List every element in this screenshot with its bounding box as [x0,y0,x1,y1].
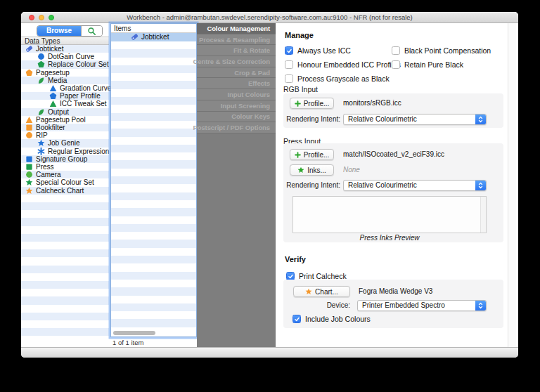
menu-item-centre-size-correction[interactable]: Centre & Size Correction [197,56,276,67]
menu-item-colour-management[interactable]: Colour Management [197,23,276,34]
press-profile-button[interactable]: Profile... [290,149,334,160]
rgb-input-group: Profile... monitors/sRGB.icc Rendering I… [283,93,503,128]
star-icon [305,288,312,295]
press-profile-value: match/ISOcoated_v2_eciF39.icc [343,149,444,160]
manage-checkbox-grid: Always Use ICCBlack Point CompensationHo… [285,44,510,86]
rgb-profile-value: monitors/sRGB.icc [343,98,401,109]
items-hscroll-track [111,329,196,337]
sidebar-item-regular-expression[interactable]: Regular Expression [21,148,109,155]
sidebar-item-gradation-curve[interactable]: Gradation Curve [21,84,109,92]
verify-section-title: Verify [285,255,306,263]
sidebar: Browse Data Types JobticketDotGain Curve… [21,23,109,347]
triangle-icon [49,100,57,107]
items-header: Items [111,24,196,33]
browse-button[interactable]: Browse [37,26,81,36]
sidebar-item-media[interactable]: Media [21,77,109,84]
menu-item-fit-rotate[interactable]: Fit & Rotate [197,45,276,56]
checkbox-box [285,74,293,83]
window-title: Workbench - admin@rambutan.swdevel.seren… [21,12,518,23]
verify-group: Chart... Fogra Media Wedge V3 Device: Pr… [283,280,503,328]
star-icon [25,187,33,195]
press-inks-value: None [343,164,360,176]
rgb-rendering-intent-dropdown[interactable]: Relative Colourimetric [343,114,487,125]
circle-icon [37,53,45,60]
sidebar-item-signature-group[interactable]: Signature Group [21,155,109,163]
sidebar-item-pagesetup-pool[interactable]: Pagesetup Pool [21,116,109,124]
settings-menu: Colour ManagementProcess & ResamplingFit… [197,23,276,347]
panel-vscroll-track[interactable] [508,23,516,347]
press-rendering-intent-dropdown[interactable]: Relative Colourimetric [343,180,487,191]
sidebar-item-paper-profile[interactable]: Paper Profile [21,92,109,100]
menu-item-crop-pad[interactable]: Crop & Pad [197,67,276,79]
press-input-group: Profile... match/ISOcoated_v2_eciF39.icc… [283,143,503,242]
menu-item-colour-keys[interactable]: Colour Keys [197,112,276,123]
pentagon-icon [25,69,33,77]
items-hscroll-thumb[interactable] [113,331,155,335]
press-inks-preview-box [292,196,487,233]
leaf-icon [37,108,45,116]
asterisk-icon [37,148,45,155]
star-icon [25,178,33,186]
checkbox-box [285,60,293,69]
pentagon-icon [49,92,57,100]
rgb-profile-button[interactable]: Profile... [290,98,334,109]
rgb-input-label: RGB Input [283,85,318,93]
leaf-icon [37,77,45,84]
sidebar-item-camera[interactable]: Camera [21,171,109,178]
items-panel: Items Jobticket [110,23,197,337]
checkbox-honour-embedded-icc-profiles[interactable]: Honour Embedded ICC Profiles [285,58,392,72]
sidebar-item-replace-colour-set[interactable]: Replace Colour Set [21,60,109,68]
square-icon [25,155,33,163]
items-row-jobticket[interactable]: Jobticket [111,33,196,41]
menu-item-effects[interactable]: Effects [197,78,276,89]
tag-icon [131,33,139,41]
plus-icon [295,152,301,158]
sidebar-item-output[interactable]: Output [21,108,109,116]
dropdown-stepper-icon [475,181,486,190]
pentagon-icon [37,60,45,68]
checkbox-box [292,315,301,323]
checkbox-retain-pure-black[interactable]: Retain Pure Black [392,58,510,72]
plus-icon [295,100,301,107]
menu-item-input-screening[interactable]: Input Screening [197,100,276,112]
browse-segmented-control: Browse [37,25,103,37]
menu-item-input-colours[interactable]: Input Colours [197,89,276,100]
rgb-rendering-intent-label: Rendering Intent: [286,114,340,125]
sidebar-item-dotgain-curve[interactable]: DotGain Curve [21,53,109,60]
manage-section-title: Manage [285,31,314,39]
sidebar-item-special-colour-set[interactable]: Special Colour Set [21,178,109,186]
sidebar-item-bookfilter[interactable]: Bookfilter [21,124,109,131]
chart-button[interactable]: Chart... [293,286,350,297]
settings-panel: Manage Always Use ICCBlack Point Compens… [276,23,518,347]
sidebar-item-press[interactable]: Press [21,163,109,171]
items-list-empty-area [111,41,196,330]
checkbox-include-job-colours[interactable]: Include Job Colours [292,315,371,323]
sidebar-item-jobticket[interactable]: Jobticket [21,45,109,53]
checkbox-box [392,60,400,69]
checkbox-black-point-compensation[interactable]: Black Point Compensation [392,44,510,58]
checkbox-box [392,46,400,55]
sidebar-item-calcheck-chart[interactable]: Calcheck Chart [21,187,109,195]
status-bar [21,347,518,358]
star-icon [297,166,304,174]
checkbox-always-use-icc[interactable]: Always Use ICC [285,44,392,58]
device-label: Device: [286,300,350,311]
sidebar-item-icc-tweak-set[interactable]: ICC Tweak Set [21,100,109,107]
circle-icon [25,131,33,139]
press-inks-preview-caption: Press Inks Preview [292,234,487,242]
search-button[interactable] [81,26,102,36]
checkbox-process-grayscale-as-black[interactable]: Process Grayscale as Black [285,72,392,86]
menu-item-process-resampling[interactable]: Process & Resampling [197,34,276,46]
sidebar-item-pagesetup[interactable]: Pagesetup [21,69,109,77]
square-icon [25,163,33,171]
sidebar-item-job-genie[interactable]: Job Genie [21,139,109,147]
device-dropdown[interactable]: Printer Embedded Spectro [357,300,487,311]
data-types-header: Data Types [21,37,109,45]
menu-item-postscript-pdf-options[interactable]: Postscript / PDF Options [197,122,276,133]
press-inks-button[interactable]: Inks... [290,164,334,176]
sidebar-item-rip[interactable]: RIP [21,131,109,139]
circle-icon [25,171,33,178]
magnifier-icon [87,27,96,36]
triangle-icon [49,84,57,92]
preview-vscroll-track[interactable] [480,197,486,233]
